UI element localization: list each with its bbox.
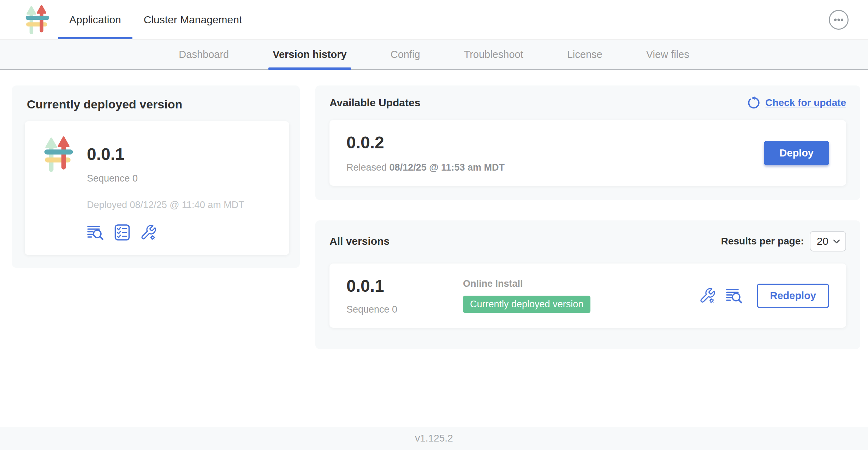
tab-troubleshoot[interactable]: Troubleshoot bbox=[464, 40, 523, 69]
edit-config-icon[interactable] bbox=[699, 287, 716, 304]
currently-deployed-badge: Currently deployed version bbox=[463, 296, 590, 313]
version-row-status: Online Install Currently deployed versio… bbox=[463, 278, 590, 313]
version-row: 0.0.1 Sequence 0 Online Install Currentl… bbox=[329, 264, 846, 328]
app-logo-icon bbox=[41, 135, 76, 173]
preflight-checks-icon[interactable] bbox=[114, 224, 131, 241]
check-for-update-label: Check for update bbox=[765, 97, 846, 108]
version-row-actions bbox=[699, 287, 743, 304]
app-sub-nav: Dashboard Version history Config Trouble… bbox=[0, 40, 868, 70]
release-notes-icon[interactable] bbox=[726, 287, 743, 304]
deploy-button[interactable]: Deploy bbox=[764, 141, 829, 165]
tab-config-label: Config bbox=[391, 49, 420, 60]
released-date: 08/12/25 @ 11:53 am MDT bbox=[390, 162, 505, 173]
edit-config-icon[interactable] bbox=[140, 224, 157, 241]
available-updates-header: Available Updates Check for update bbox=[329, 96, 846, 109]
app-logo-large bbox=[41, 135, 76, 241]
tab-config[interactable]: Config bbox=[391, 40, 420, 69]
install-type: Online Install bbox=[463, 278, 590, 289]
tab-version-history-label: Version history bbox=[273, 49, 347, 60]
top-nav: Application Cluster Management bbox=[0, 0, 868, 40]
overflow-menu-button[interactable] bbox=[828, 0, 849, 39]
tab-view-files[interactable]: View files bbox=[646, 40, 689, 69]
deployed-version-actions bbox=[87, 224, 244, 241]
tab-troubleshoot-label: Troubleshoot bbox=[464, 49, 523, 60]
released-label: Released bbox=[346, 162, 387, 173]
tab-view-files-label: View files bbox=[646, 49, 689, 60]
tab-version-history[interactable]: Version history bbox=[273, 40, 347, 69]
main-content: Currently deployed version 0.0.1 Sequenc… bbox=[0, 70, 868, 427]
deployed-sequence: Sequence 0 bbox=[87, 173, 244, 184]
results-per-page-select[interactable]: 20 bbox=[810, 231, 846, 251]
results-per-page: Results per page: 20 bbox=[721, 231, 846, 251]
all-versions-header: All versions Results per page: 20 bbox=[329, 231, 846, 251]
check-for-update-link[interactable]: Check for update bbox=[748, 96, 846, 109]
ellipsis-menu-icon bbox=[828, 10, 849, 30]
release-notes-icon[interactable] bbox=[87, 224, 105, 241]
update-version-number: 0.0.2 bbox=[346, 133, 505, 152]
currently-deployed-title: Currently deployed version bbox=[25, 97, 289, 111]
row-version-number: 0.0.1 bbox=[346, 276, 463, 296]
deployed-version-details: 0.0.1 Sequence 0 Deployed 08/12/25 @ 11:… bbox=[87, 135, 244, 241]
tab-application[interactable]: Application bbox=[58, 0, 132, 39]
deployed-version-number: 0.0.1 bbox=[87, 144, 244, 164]
tab-dashboard[interactable]: Dashboard bbox=[179, 40, 229, 69]
refresh-icon bbox=[748, 96, 761, 109]
results-per-page-value: 20 bbox=[817, 235, 828, 247]
deployed-version-panel: 0.0.1 Sequence 0 Deployed 08/12/25 @ 11:… bbox=[25, 121, 289, 255]
all-versions-card: All versions Results per page: 20 0.0.1 … bbox=[315, 220, 860, 349]
chevron-down-icon bbox=[833, 238, 840, 244]
results-per-page-label: Results per page: bbox=[721, 236, 804, 247]
top-nav-spacer bbox=[253, 0, 828, 39]
tab-dashboard-label: Dashboard bbox=[179, 49, 229, 60]
available-updates-title: Available Updates bbox=[329, 97, 420, 109]
update-details: 0.0.2 Released 08/12/25 @ 11:53 am MDT bbox=[346, 133, 505, 173]
page-footer: v1.125.2 bbox=[0, 427, 868, 450]
tab-application-label: Application bbox=[69, 14, 121, 26]
row-sequence: Sequence 0 bbox=[346, 304, 463, 315]
all-versions-title: All versions bbox=[329, 235, 390, 247]
tab-cluster-management[interactable]: Cluster Management bbox=[132, 0, 253, 39]
right-column: Available Updates Check for update 0.0.2… bbox=[315, 85, 860, 349]
app-logo[interactable] bbox=[0, 0, 53, 39]
tab-license-label: License bbox=[567, 49, 602, 60]
tab-license[interactable]: License bbox=[567, 40, 602, 69]
update-row: 0.0.2 Released 08/12/25 @ 11:53 am MDT D… bbox=[329, 120, 846, 186]
redeploy-button[interactable]: Redeploy bbox=[757, 284, 829, 308]
available-updates-card: Available Updates Check for update 0.0.2… bbox=[315, 85, 860, 200]
tab-cluster-management-label: Cluster Management bbox=[144, 14, 242, 26]
app-logo-icon bbox=[22, 4, 53, 35]
update-released-line: Released 08/12/25 @ 11:53 am MDT bbox=[346, 162, 505, 173]
deployed-timestamp: Deployed 08/12/25 @ 11:40 am MDT bbox=[87, 200, 244, 211]
currently-deployed-card: Currently deployed version 0.0.1 Sequenc… bbox=[12, 85, 300, 268]
version-row-version: 0.0.1 Sequence 0 bbox=[346, 276, 463, 315]
console-version: v1.125.2 bbox=[415, 433, 453, 444]
